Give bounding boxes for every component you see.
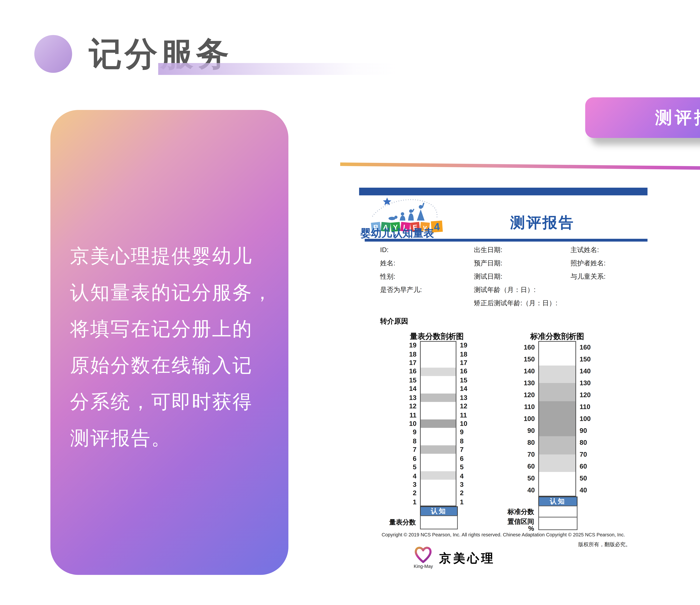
intro-line: 分系统，可即时获得: [70, 384, 280, 420]
tick-label: 7: [413, 446, 417, 453]
kingmay-en-label: King-May: [414, 564, 433, 568]
tick-label: 17: [409, 359, 417, 366]
tick-label: 140: [524, 368, 535, 374]
tick-label: 150: [524, 356, 535, 362]
decorative-circle: [34, 35, 72, 73]
tick-label: 9: [413, 429, 417, 436]
tick-label: 130: [580, 380, 591, 386]
slide: 记分服务 京美心理提供婴幼儿 认知量表的记分服务， 将填写在记分册上的 原始分数…: [0, 0, 700, 605]
tick-label: 12: [460, 403, 467, 410]
kingmay-heart-icon: [414, 545, 433, 564]
scaled-score-empty-cell: [420, 515, 458, 529]
tick-label: 110: [580, 404, 591, 410]
tick-label: 100: [580, 415, 591, 422]
shade-band-light: [539, 454, 575, 472]
standard-score-profile-chart: 160150140130120110100908070605040 160150…: [538, 341, 576, 497]
tick-label: 120: [524, 391, 535, 398]
form-field-label: 姓名:: [380, 259, 422, 272]
copyright-line-cn: 版权所有，翻版必究。: [363, 541, 631, 548]
report-title: 测评报告: [466, 213, 620, 233]
shade-band-mid: [539, 383, 575, 401]
form-column-2: 出生日期: 预产日期: 测试日期: 测试年龄（月：日）: 矫正后测试年龄:（月：…: [474, 246, 557, 312]
confidence-interval-empty-cell: [538, 517, 577, 530]
dotted-arc: [372, 199, 437, 218]
standard-score-empty-cell: [538, 506, 577, 518]
intro-line: 京美心理提供婴幼儿: [70, 238, 280, 274]
chart-plot-area: [420, 341, 456, 506]
tick-label: 40: [580, 487, 587, 494]
tick-label: 80: [580, 439, 587, 446]
form-field-label: ID:: [380, 246, 422, 259]
report-page-cognitive-scale: B A Y L E y 4 测评报告 婴幼儿认知量表 ID: 姓名: 性别: 是…: [359, 188, 648, 574]
tick-label: 15: [460, 377, 467, 384]
tick-label: 100: [524, 415, 535, 422]
tick-label: 18: [460, 351, 467, 357]
form-field-label: 与儿童关系:: [571, 272, 606, 286]
tick-label: 50: [580, 475, 587, 482]
header-rule: [365, 239, 648, 242]
tick-label: 6: [413, 455, 417, 462]
tick-label: 11: [409, 412, 417, 418]
tick-label: 13: [460, 394, 467, 401]
report-top-bar: [359, 188, 648, 195]
tick-label: 5: [460, 464, 464, 470]
shade-band-mid: [421, 445, 456, 454]
shade-band-light: [421, 368, 456, 376]
form-field-label: 主试姓名:: [571, 246, 606, 259]
form-field-label: 性别:: [380, 272, 422, 286]
tick-label: 40: [527, 487, 535, 494]
tick-label: 4: [460, 473, 464, 479]
scaled-score-row-label: 量表分数: [359, 518, 416, 527]
tick-label: 9: [460, 429, 464, 436]
standard-score-row-label: 标准分数: [478, 508, 534, 517]
tick-label: 90: [580, 428, 587, 434]
tick-label: 17: [460, 359, 467, 366]
tick-label: 140: [580, 368, 591, 374]
tick-label: 3: [413, 481, 417, 488]
chart-plot-area: [538, 341, 576, 497]
tick-label: 15: [409, 377, 417, 384]
intro-line: 将填写在记分册上的: [70, 311, 280, 347]
shade-band-light: [539, 365, 575, 383]
tick-label: 2: [413, 490, 417, 497]
form-field-label: 预产日期:: [474, 259, 557, 272]
tick-label: 90: [527, 428, 535, 434]
tick-label: 7: [460, 446, 464, 453]
intro-line: 认知量表的记分服务，: [70, 274, 280, 311]
tick-label: 12: [409, 403, 417, 410]
form-field-label: 照护者姓名:: [571, 259, 606, 272]
form-column-3: 主试姓名: 照护者姓名: 与儿童关系:: [571, 246, 606, 286]
tick-label: 70: [580, 451, 587, 458]
tick-label: 16: [460, 368, 467, 375]
kingmay-heart-block: King-May: [414, 545, 433, 568]
tick-label: 8: [460, 438, 464, 444]
tick-label: 5: [413, 464, 417, 470]
standard-score-chart-title: 标准分数剖析图: [508, 331, 606, 342]
chart-axis-left: 19181716151413121110987654321: [396, 341, 417, 506]
tick-label: 18: [409, 351, 417, 357]
scaled-score-profile-chart: 19181716151413121110987654321 1918171615…: [420, 341, 456, 506]
tick-label: 70: [527, 451, 535, 458]
report-badge-button[interactable]: 测评报告: [585, 97, 700, 138]
children-silhouettes: [389, 203, 425, 221]
copyright-line: Copyright © 2019 NCS Pearson, Inc. All r…: [363, 532, 643, 537]
tick-label: 3: [460, 481, 464, 488]
shade-band-dark: [421, 419, 456, 428]
tick-label: 110: [524, 404, 535, 410]
tick-label: 16: [409, 368, 417, 375]
tick-label: 1: [413, 499, 417, 505]
tick-label: 11: [460, 412, 467, 418]
shade-band-mid: [539, 437, 575, 454]
shade-band-mid: [421, 393, 456, 402]
tick-label: 50: [527, 475, 535, 482]
chart-axis-right: 160150140130120110100908070605040: [580, 341, 601, 497]
intro-line: 原始分数在线输入记: [70, 347, 280, 384]
tick-label: 130: [524, 380, 535, 386]
tick-label: 2: [460, 490, 464, 497]
tick-label: 1: [460, 499, 464, 505]
series-label-cognitive: 认知: [538, 497, 577, 507]
tick-label: 80: [527, 439, 535, 446]
kingmay-cn-label: 京美心理: [439, 550, 495, 566]
chart-axis-left: 160150140130120110100908070605040: [514, 341, 535, 497]
tick-label: 60: [580, 463, 587, 470]
